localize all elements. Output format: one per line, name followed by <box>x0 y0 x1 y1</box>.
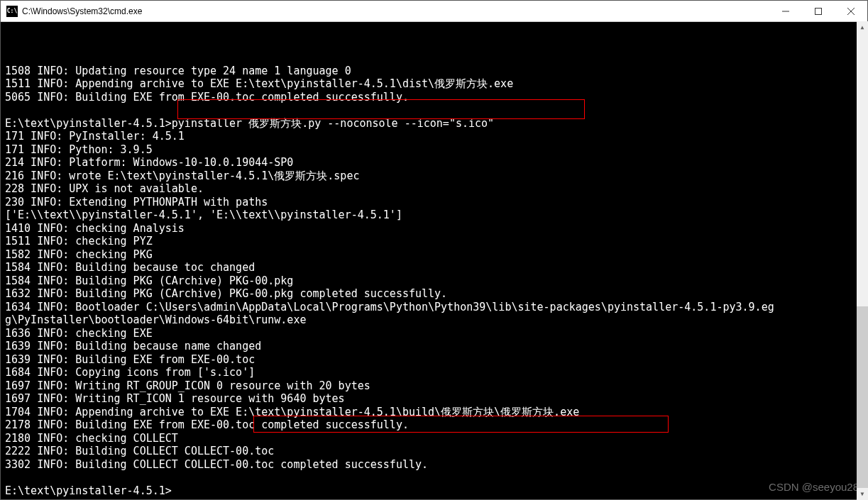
terminal-line: 1704 INFO: Appending archive to EXE E:\t… <box>5 406 579 418</box>
maximize-button[interactable] <box>802 1 835 21</box>
terminal-output: 1508 INFO: Updating resource type 24 nam… <box>5 51 863 499</box>
scroll-up-button[interactable]: ▲ <box>857 21 868 33</box>
terminal-line: 1410 INFO: checking Analysis <box>5 222 185 235</box>
terminal-line: 1636 INFO: checking EXE <box>5 327 153 340</box>
terminal-line: 1639 INFO: Building because name changed <box>5 340 261 352</box>
terminal-line: 1511 INFO: Appending archive to EXE E:\t… <box>5 77 513 90</box>
titlebar[interactable]: C:\ C:\Windows\System32\cmd.exe <box>1 1 867 22</box>
terminal-line: 171 INFO: Python: 3.9.5 <box>5 143 153 156</box>
scrollbar-thumb[interactable] <box>857 306 868 488</box>
terminal-line: 1697 INFO: Writing RT_GROUP_ICON 0 resou… <box>5 379 370 392</box>
terminal-line: 216 INFO: wrote E:\text\pyinstaller-4.5.… <box>5 170 359 182</box>
scrollbar-track[interactable] <box>857 33 868 488</box>
terminal-line: 230 INFO: Extending PYTHONPATH with path… <box>5 196 268 209</box>
terminal-line: 1584 INFO: Building PKG (CArchive) PKG-0… <box>5 274 293 287</box>
terminal-line: 1511 INFO: checking PYZ <box>5 235 153 248</box>
terminal-line: E:\text\pyinstaller-4.5.1>pyinstaller 俄罗… <box>5 117 494 130</box>
terminal-line: 1639 INFO: Building EXE from EXE-00.toc <box>5 353 255 366</box>
vertical-scrollbar[interactable]: ▲ ▼ <box>857 21 868 500</box>
terminal-line: 171 INFO: PyInstaller: 4.5.1 <box>5 130 185 143</box>
terminal-line: ['E:\\text\\pyinstaller-4.5.1', 'E:\\tex… <box>5 209 402 221</box>
window-title: C:\Windows\System32\cmd.exe <box>22 6 769 16</box>
terminal-line: g\PyInstaller\bootloader\Windows-64bit\r… <box>5 313 306 326</box>
cmd-icon: C:\ <box>6 6 18 17</box>
terminal-line: 1582 INFO: checking PKG <box>5 248 153 261</box>
terminal-area[interactable]: 1508 INFO: Updating resource type 24 nam… <box>1 22 867 499</box>
terminal-line: 1632 INFO: Building PKG (CArchive) PKG-0… <box>5 287 447 300</box>
window-controls <box>769 1 867 21</box>
terminal-line: 214 INFO: Platform: Windows-10-10.0.1904… <box>5 156 293 169</box>
terminal-line: E:\text\pyinstaller-4.5.1> <box>5 484 172 497</box>
terminal-line: 1508 INFO: Updating resource type 24 nam… <box>5 65 351 77</box>
close-button[interactable] <box>835 1 867 21</box>
terminal-line: 1584 INFO: Building because toc changed <box>5 261 255 274</box>
terminal-line: 228 INFO: UPX is not available. <box>5 182 204 195</box>
svg-rect-1 <box>815 8 822 14</box>
terminal-line: 2180 INFO: checking COLLECT <box>5 432 178 445</box>
terminal-line: 2178 INFO: Building EXE from EXE-00.toc … <box>5 418 409 431</box>
cmd-window: C:\ C:\Windows\System32\cmd.exe 1508 INF… <box>0 0 868 500</box>
minimize-button[interactable] <box>769 1 802 21</box>
terminal-line: 3302 INFO: Building COLLECT COLLECT-00.t… <box>5 458 428 471</box>
terminal-line: 1697 INFO: Writing RT_ICON 1 resource wi… <box>5 392 345 405</box>
terminal-line: 1684 INFO: Copying icons from ['s.ico'] <box>5 366 255 379</box>
scroll-down-button[interactable]: ▼ <box>857 488 868 500</box>
terminal-line: 2222 INFO: Building COLLECT COLLECT-00.t… <box>5 445 274 457</box>
terminal-line: 5065 INFO: Building EXE from EXE-00.toc … <box>5 91 409 104</box>
terminal-line: 1634 INFO: Bootloader C:\Users\admin\App… <box>5 301 774 313</box>
watermark: CSDN @seeyou28 <box>769 481 859 494</box>
